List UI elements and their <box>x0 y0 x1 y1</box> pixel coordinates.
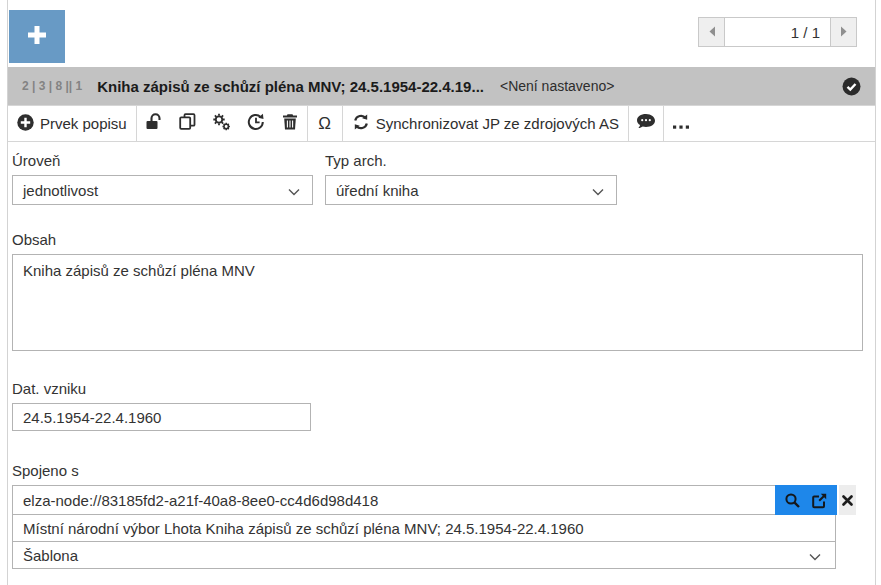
delete-button[interactable] <box>273 106 307 141</box>
node-header-bar: 2 | 3 | 8 || 1 Kniha zápisů ze schůzí pl… <box>8 67 875 105</box>
content-textarea[interactable]: Kniha zápisů ze schůzí pléna MNV <box>12 254 863 351</box>
comment-icon <box>636 113 656 134</box>
node-status-text: <Není nastaveno> <box>500 78 614 94</box>
sync-icon <box>352 113 370 134</box>
sync-button-label: Synchronizovat JP ze zdrojových AS <box>376 115 619 132</box>
history-button[interactable] <box>239 106 273 141</box>
history-icon <box>247 113 265 135</box>
special-chars-button[interactable]: Ω <box>308 106 342 141</box>
description-form: Úroveň jednotlivost Typ arch. úřední kni… <box>8 142 875 569</box>
unlock-button[interactable] <box>137 106 171 141</box>
settings-button[interactable] <box>205 106 239 141</box>
plus-icon <box>25 23 49 51</box>
omega-icon: Ω <box>318 114 331 134</box>
arrow-left-icon <box>708 23 716 41</box>
toolbar: Prvek popisu <box>8 105 875 142</box>
remove-link-button[interactable] <box>839 485 856 515</box>
next-page-button[interactable] <box>831 18 856 46</box>
date-created-input[interactable]: 24.5.1954-22.4.1960 <box>12 403 311 431</box>
copy-button[interactable] <box>171 106 205 141</box>
sync-button[interactable]: Synchronizovat JP ze zdrojových AS <box>343 106 628 141</box>
ellipsis-icon <box>673 115 689 133</box>
pagination: 1 / 1 <box>698 17 857 47</box>
level-label: Úroveň <box>12 152 313 169</box>
template-select[interactable]: Šablona <box>12 541 836 569</box>
copy-icon <box>179 113 196 134</box>
field-arch-type: Typ arch. úřední kniha <box>325 142 617 205</box>
reference-mark: 2 | 3 | 8 || 1 <box>22 79 82 93</box>
linked-with-label: Spojeno s <box>12 462 875 479</box>
search-icon[interactable] <box>784 492 801 509</box>
content-label: Obsah <box>12 231 875 248</box>
add-desc-item-button[interactable]: Prvek popisu <box>8 106 136 141</box>
date-created-label: Dat. vzniku <box>12 380 875 397</box>
add-desc-item-label: Prvek popisu <box>40 115 127 132</box>
prev-page-button[interactable] <box>699 18 724 46</box>
gears-icon <box>212 113 231 135</box>
x-icon <box>842 492 853 509</box>
arch-type-value: úřední kniha <box>336 182 419 199</box>
trash-icon <box>282 113 298 134</box>
arrow-right-icon <box>840 23 848 41</box>
linked-record-row: elza-node://83185fd2-a21f-40a8-8ee0-cc4d… <box>12 485 875 515</box>
more-actions-button[interactable] <box>664 106 698 141</box>
add-node-button[interactable] <box>9 10 65 63</box>
template-value: Šablona <box>23 547 78 564</box>
level-select[interactable]: jednotlivost <box>12 175 313 205</box>
level-value: jednotlivost <box>23 182 98 199</box>
node-title: Kniha zápisů ze schůzí pléna MNV; 24.5.1… <box>97 78 484 95</box>
top-bar: 1 / 1 <box>8 0 875 67</box>
chevron-down-icon <box>809 547 821 564</box>
linked-record-title[interactable]: Místní národní výbor Lhota Kniha zápisů … <box>12 514 836 542</box>
external-link-icon[interactable] <box>811 492 828 509</box>
linked-record-input[interactable]: elza-node://83185fd2-a21f-40a8-8ee0-cc4d… <box>12 485 775 515</box>
arch-type-label: Typ arch. <box>325 152 617 169</box>
chevron-down-icon <box>288 182 300 199</box>
field-level: Úroveň jednotlivost <box>12 142 313 205</box>
comments-button[interactable] <box>629 106 663 141</box>
unlock-icon <box>145 113 163 134</box>
chevron-down-icon <box>592 182 604 199</box>
page-indicator[interactable]: 1 / 1 <box>724 18 831 46</box>
plus-circle-icon <box>17 114 34 134</box>
linked-record-actions <box>775 485 837 515</box>
arch-type-select[interactable]: úřední kniha <box>325 175 617 205</box>
record-detail-panel: 1 / 1 2 | 3 | 8 || 1 Kniha zápisů ze sch… <box>7 0 876 585</box>
check-circle-icon[interactable] <box>842 77 861 96</box>
